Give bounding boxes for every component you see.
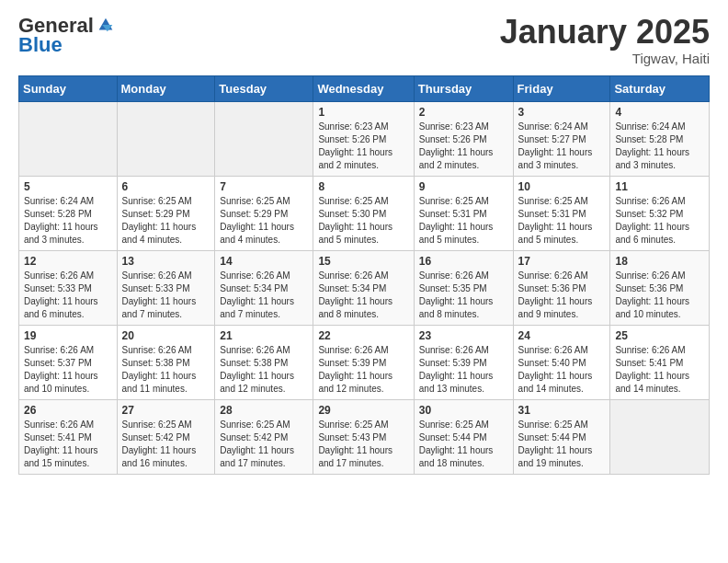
day-number: 11 <box>615 180 704 193</box>
day-number: 27 <box>122 404 210 417</box>
day-number: 5 <box>24 180 112 193</box>
col-sunday: Sunday <box>19 75 118 101</box>
table-row: 9Sunrise: 6:25 AM Sunset: 5:31 PM Daylig… <box>414 176 513 250</box>
day-info: Sunrise: 6:26 AM Sunset: 5:36 PM Dayligh… <box>615 270 704 321</box>
logo: General Blue <box>18 14 116 57</box>
day-number: 16 <box>419 255 508 268</box>
day-info: Sunrise: 6:26 AM Sunset: 5:33 PM Dayligh… <box>122 270 210 321</box>
day-number: 30 <box>419 404 508 417</box>
day-number: 1 <box>318 106 408 119</box>
table-row: 30Sunrise: 6:25 AM Sunset: 5:44 PM Dayli… <box>414 399 513 474</box>
calendar-title: January 2025 <box>500 14 710 51</box>
calendar-week-row: 19Sunrise: 6:26 AM Sunset: 5:37 PM Dayli… <box>19 325 710 399</box>
table-row <box>610 399 710 474</box>
day-info: Sunrise: 6:25 AM Sunset: 5:44 PM Dayligh… <box>419 419 508 470</box>
calendar-week-row: 12Sunrise: 6:26 AM Sunset: 5:33 PM Dayli… <box>19 250 710 325</box>
day-info: Sunrise: 6:24 AM Sunset: 5:27 PM Dayligh… <box>518 121 606 172</box>
table-row <box>19 101 118 176</box>
table-row: 23Sunrise: 6:26 AM Sunset: 5:39 PM Dayli… <box>414 325 513 399</box>
day-info: Sunrise: 6:26 AM Sunset: 5:39 PM Dayligh… <box>419 344 508 396</box>
calendar-header-row: Sunday Monday Tuesday Wednesday Thursday… <box>19 75 710 101</box>
day-number: 7 <box>220 180 308 193</box>
day-info: Sunrise: 6:26 AM Sunset: 5:32 PM Dayligh… <box>615 195 704 247</box>
day-info: Sunrise: 6:25 AM Sunset: 5:42 PM Dayligh… <box>122 419 210 470</box>
table-row: 6Sunrise: 6:25 AM Sunset: 5:29 PM Daylig… <box>117 176 215 250</box>
day-info: Sunrise: 6:25 AM Sunset: 5:31 PM Dayligh… <box>419 195 508 247</box>
logo-icon <box>96 15 116 35</box>
day-number: 8 <box>318 180 408 193</box>
day-number: 10 <box>518 180 606 193</box>
day-number: 17 <box>518 255 606 268</box>
day-info: Sunrise: 6:25 AM Sunset: 5:42 PM Dayligh… <box>220 419 308 470</box>
day-info: Sunrise: 6:24 AM Sunset: 5:28 PM Dayligh… <box>615 121 704 172</box>
table-row: 1Sunrise: 6:23 AM Sunset: 5:26 PM Daylig… <box>313 101 414 176</box>
day-info: Sunrise: 6:26 AM Sunset: 5:39 PM Dayligh… <box>318 344 408 396</box>
day-info: Sunrise: 6:26 AM Sunset: 5:33 PM Dayligh… <box>24 270 112 321</box>
day-info: Sunrise: 6:26 AM Sunset: 5:38 PM Dayligh… <box>122 344 210 396</box>
col-thursday: Thursday <box>414 75 513 101</box>
header: General Blue January 2025 Tigwav, Haiti <box>18 14 710 66</box>
table-row: 11Sunrise: 6:26 AM Sunset: 5:32 PM Dayli… <box>610 176 710 250</box>
day-number: 29 <box>318 404 408 417</box>
table-row: 20Sunrise: 6:26 AM Sunset: 5:38 PM Dayli… <box>117 325 215 399</box>
day-number: 18 <box>615 255 704 268</box>
day-info: Sunrise: 6:26 AM Sunset: 5:38 PM Dayligh… <box>220 344 308 396</box>
day-number: 9 <box>419 180 508 193</box>
table-row: 16Sunrise: 6:26 AM Sunset: 5:35 PM Dayli… <box>414 250 513 325</box>
table-row: 21Sunrise: 6:26 AM Sunset: 5:38 PM Dayli… <box>215 325 313 399</box>
table-row: 18Sunrise: 6:26 AM Sunset: 5:36 PM Dayli… <box>610 250 710 325</box>
table-row: 25Sunrise: 6:26 AM Sunset: 5:41 PM Dayli… <box>610 325 710 399</box>
col-wednesday: Wednesday <box>313 75 414 101</box>
calendar-week-row: 26Sunrise: 6:26 AM Sunset: 5:41 PM Dayli… <box>19 399 710 474</box>
day-info: Sunrise: 6:26 AM Sunset: 5:36 PM Dayligh… <box>518 270 606 321</box>
table-row: 22Sunrise: 6:26 AM Sunset: 5:39 PM Dayli… <box>313 325 414 399</box>
day-number: 25 <box>615 329 704 342</box>
day-info: Sunrise: 6:26 AM Sunset: 5:34 PM Dayligh… <box>318 270 408 321</box>
day-number: 13 <box>122 255 210 268</box>
col-monday: Monday <box>117 75 215 101</box>
calendar-subtitle: Tigwav, Haiti <box>500 51 710 66</box>
day-info: Sunrise: 6:26 AM Sunset: 5:35 PM Dayligh… <box>419 270 508 321</box>
day-number: 2 <box>419 106 508 119</box>
table-row: 3Sunrise: 6:24 AM Sunset: 5:27 PM Daylig… <box>513 101 610 176</box>
day-info: Sunrise: 6:26 AM Sunset: 5:41 PM Dayligh… <box>24 419 112 470</box>
day-number: 22 <box>318 329 408 342</box>
day-info: Sunrise: 6:25 AM Sunset: 5:43 PM Dayligh… <box>318 419 408 470</box>
table-row: 28Sunrise: 6:25 AM Sunset: 5:42 PM Dayli… <box>215 399 313 474</box>
title-block: January 2025 Tigwav, Haiti <box>500 14 710 66</box>
day-number: 21 <box>220 329 308 342</box>
day-number: 12 <box>24 255 112 268</box>
table-row: 2Sunrise: 6:23 AM Sunset: 5:26 PM Daylig… <box>414 101 513 176</box>
day-info: Sunrise: 6:23 AM Sunset: 5:26 PM Dayligh… <box>318 121 408 172</box>
day-info: Sunrise: 6:25 AM Sunset: 5:44 PM Dayligh… <box>518 419 606 470</box>
day-number: 23 <box>419 329 508 342</box>
calendar-week-row: 5Sunrise: 6:24 AM Sunset: 5:28 PM Daylig… <box>19 176 710 250</box>
day-number: 31 <box>518 404 606 417</box>
day-info: Sunrise: 6:25 AM Sunset: 5:29 PM Dayligh… <box>122 195 210 247</box>
day-number: 4 <box>615 106 704 119</box>
page: General Blue January 2025 Tigwav, Haiti … <box>0 0 728 484</box>
table-row: 10Sunrise: 6:25 AM Sunset: 5:31 PM Dayli… <box>513 176 610 250</box>
table-row <box>117 101 215 176</box>
table-row: 19Sunrise: 6:26 AM Sunset: 5:37 PM Dayli… <box>19 325 118 399</box>
table-row: 5Sunrise: 6:24 AM Sunset: 5:28 PM Daylig… <box>19 176 118 250</box>
day-number: 24 <box>518 329 606 342</box>
day-info: Sunrise: 6:26 AM Sunset: 5:37 PM Dayligh… <box>24 344 112 396</box>
table-row: 31Sunrise: 6:25 AM Sunset: 5:44 PM Dayli… <box>513 399 610 474</box>
table-row <box>215 101 313 176</box>
table-row: 17Sunrise: 6:26 AM Sunset: 5:36 PM Dayli… <box>513 250 610 325</box>
day-info: Sunrise: 6:25 AM Sunset: 5:30 PM Dayligh… <box>318 195 408 247</box>
day-number: 14 <box>220 255 308 268</box>
table-row: 14Sunrise: 6:26 AM Sunset: 5:34 PM Dayli… <box>215 250 313 325</box>
day-info: Sunrise: 6:26 AM Sunset: 5:40 PM Dayligh… <box>518 344 606 396</box>
day-info: Sunrise: 6:25 AM Sunset: 5:29 PM Dayligh… <box>220 195 308 247</box>
table-row: 26Sunrise: 6:26 AM Sunset: 5:41 PM Dayli… <box>19 399 118 474</box>
day-info: Sunrise: 6:26 AM Sunset: 5:41 PM Dayligh… <box>615 344 704 396</box>
table-row: 27Sunrise: 6:25 AM Sunset: 5:42 PM Dayli… <box>117 399 215 474</box>
day-number: 19 <box>24 329 112 342</box>
table-row: 15Sunrise: 6:26 AM Sunset: 5:34 PM Dayli… <box>313 250 414 325</box>
table-row: 4Sunrise: 6:24 AM Sunset: 5:28 PM Daylig… <box>610 101 710 176</box>
day-info: Sunrise: 6:26 AM Sunset: 5:34 PM Dayligh… <box>220 270 308 321</box>
day-number: 3 <box>518 106 606 119</box>
table-row: 13Sunrise: 6:26 AM Sunset: 5:33 PM Dayli… <box>117 250 215 325</box>
